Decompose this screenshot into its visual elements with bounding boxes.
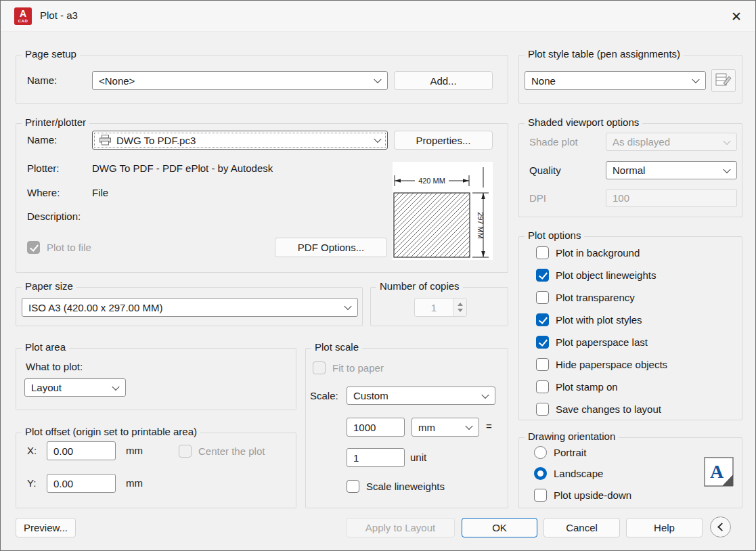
plot-options-group: Plot options Plot in background Plot obj… [518,236,742,420]
quality-select[interactable]: Normal [606,161,737,179]
portrait-radio[interactable] [534,446,547,459]
spin-down-icon[interactable] [458,309,463,312]
offset-y-unit: mm [126,477,143,490]
plot-option-row[interactable]: Plot object lineweights [536,269,656,282]
plot-to-file-row: Plot to file [27,241,91,254]
add-page-setup-button[interactable]: Add... [394,71,493,90]
landscape-row[interactable]: Landscape [534,467,603,480]
unit-label: unit [410,451,426,464]
close-icon[interactable]: ✕ [724,4,749,28]
plot-option-label: Hide paperspace objects [556,359,667,370]
drawing-units-input[interactable]: 1 [347,448,405,467]
where-value: File [92,186,108,200]
where-label: Where: [27,186,60,200]
plot-style-table-group: Plot style table (pen assignments) None [518,55,742,104]
chevron-down-icon [481,391,489,398]
plot-style-table-select[interactable]: None [525,71,706,90]
plot-option-row[interactable]: Plot stamp on [536,380,618,393]
title-bar: A CAD Plot - a3 ✕ [1,1,755,32]
paper-size-legend: Paper size [22,280,76,292]
paper-size-select[interactable]: ISO A3 (420.00 x 297.00 MM) [22,298,358,317]
paper-preview: 420 MM 297 MM [393,162,493,260]
chevron-down-icon [465,422,472,430]
plot-option-row[interactable]: Plot in background [536,246,640,259]
dpi-label: DPI [529,192,546,205]
printer-name-select[interactable]: DWG To PDF.pc3 [92,131,388,150]
fit-to-paper-checkbox [313,361,326,374]
scale-value: Custom [353,390,388,401]
properties-button[interactable]: Properties... [394,131,493,150]
edit-plot-style-button[interactable] [711,69,736,92]
plot-offset-legend: Plot offset (origin set to printable are… [22,426,200,437]
plot-option-row[interactable]: Hide paperspace objects [536,358,667,371]
pdf-options-button[interactable]: PDF Options... [275,238,387,257]
plot-option-row[interactable]: Plot with plot styles [536,313,642,326]
orientation-letter: A [710,461,724,482]
plot-in-background-checkbox[interactable] [536,246,549,259]
preview-button[interactable]: Preview... [16,518,76,537]
scale-select[interactable]: Custom [347,387,495,405]
printer-name-label: Name: [27,133,57,147]
dpi-input: 100 [606,189,737,207]
paper-height-dimension: 297 MM [476,212,485,239]
number-of-copies-legend: Number of copies [376,280,463,292]
printer-name-value: DWG To PDF.pc3 [116,135,196,146]
plot-option-label: Save changes to layout [556,403,661,415]
plot-option-label: Plot with plot styles [556,314,642,326]
paper-units-combo-value: mm [418,422,435,433]
plot-option-label: Plot paperspace last [556,336,648,348]
plot-scale-group: Plot scale Fit to paper Scale: Custom 10… [305,348,508,508]
plot-to-file-checkbox[interactable] [27,241,40,254]
plot-area-group: Plot area What to plot: Layout [16,348,296,410]
plot-upside-down-row[interactable]: Plot upside-down [534,489,631,502]
what-to-plot-select[interactable]: Layout [24,378,126,397]
ok-button[interactable]: OK [462,518,537,537]
copies-spin-buttons [453,299,466,316]
save-changes-to-layout-checkbox[interactable] [536,403,549,416]
plot-paperspace-last-checkbox[interactable] [536,336,549,349]
cancel-button[interactable]: Cancel [543,518,620,537]
printer-plotter-legend: Printer/plotter [22,116,89,128]
portrait-label: Portrait [554,447,586,458]
scale-lineweights-checkbox[interactable] [347,480,359,493]
page-setup-legend: Page setup [22,48,80,60]
hide-paperspace-objects-checkbox[interactable] [536,358,549,371]
fit-to-paper-label: Fit to paper [332,362,384,374]
paper-units-input[interactable]: 1000 [347,418,405,437]
quality-value: Normal [613,164,645,176]
landscape-radio[interactable] [534,467,547,480]
plot-style-table-legend: Plot style table (pen assignments) [525,48,684,60]
plot-transparency-checkbox[interactable] [536,291,549,304]
scale-lineweights-row[interactable]: Scale lineweights [347,480,445,493]
window-title: Plot - a3 [40,9,78,21]
plotter-value: DWG To PDF - PDF ePlot - by Autodesk [92,162,273,175]
plot-with-plot-styles-checkbox[interactable] [536,313,549,326]
portrait-row[interactable]: Portrait [534,446,586,459]
paper-width-dimension: 420 MM [418,177,445,185]
plot-style-table-value: None [531,75,556,87]
offset-x-input[interactable]: 0.00 [47,441,116,460]
shaded-viewport-legend: Shaded viewport options [525,116,642,128]
plot-option-row[interactable]: Plot paperspace last [536,336,648,349]
plot-option-label: Plot in background [556,247,640,259]
plot-options-legend: Plot options [525,229,584,241]
equals-sign: = [486,420,492,432]
plot-object-lineweights-checkbox[interactable] [536,269,549,282]
help-button[interactable]: Help [626,518,703,537]
plot-option-row[interactable]: Plot transparency [536,291,635,304]
paper-units-select[interactable]: mm [412,418,479,437]
collapse-options-button[interactable] [710,516,731,537]
plot-option-row[interactable]: Save changes to layout [536,403,661,416]
offset-y-input[interactable]: 0.00 [47,474,116,493]
paper-units-value: 1000 [353,422,376,433]
spin-up-icon[interactable] [458,303,463,306]
plot-stamp-on-checkbox[interactable] [536,380,549,393]
plot-upside-down-label: Plot upside-down [554,489,631,501]
page-setup-name-select[interactable]: <None> [92,71,388,90]
what-to-plot-label: What to plot: [26,360,83,374]
shade-plot-value: As displayed [613,136,670,148]
plot-upside-down-checkbox[interactable] [534,489,547,502]
copies-stepper: 1 [414,298,467,317]
chevron-down-icon [692,76,699,83]
center-the-plot-row: Center the plot [179,445,265,458]
